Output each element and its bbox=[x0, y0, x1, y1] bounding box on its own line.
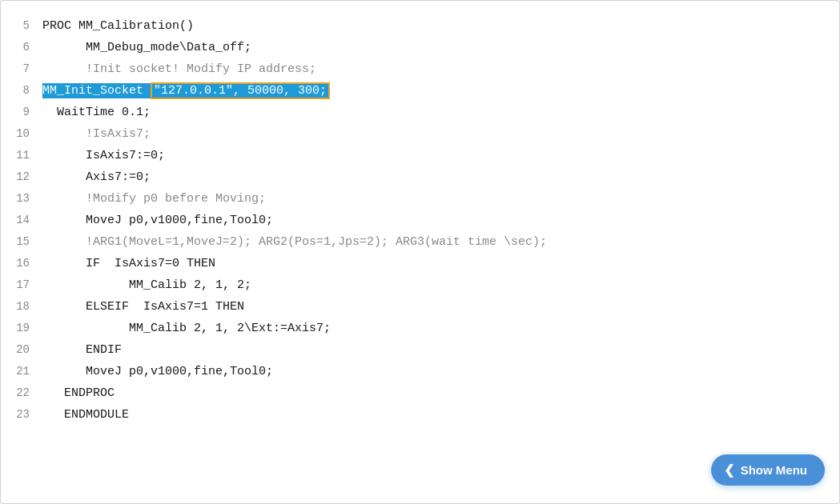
line-content-10: !IsAxis7; bbox=[42, 124, 151, 145]
code-line-11: 11 IsAxis7:=0; bbox=[1, 145, 839, 166]
code-line-15: 15 !ARG1(MoveL=1,MoveJ=2); ARG2(Pos=1,Jp… bbox=[1, 231, 839, 253]
show-menu-button[interactable]: ❮ Show Menu bbox=[711, 454, 825, 486]
line-content-23: ENDMODULE bbox=[42, 405, 129, 426]
line-content-6: MM_Debug_mode\Data_off; bbox=[42, 38, 251, 58]
line-content-14: MoveJ p0,v1000,fine,Tool0; bbox=[42, 210, 273, 231]
code-line-10: 10 !IsAxis7; bbox=[1, 123, 839, 145]
line-content-20: ENDIF bbox=[42, 340, 122, 361]
code-line-17: 17 MM_Calib 2, 1, 2; bbox=[1, 274, 839, 296]
code-line-16: 16 IF IsAxis7=0 THEN bbox=[1, 253, 839, 274]
line-number-9: 9 bbox=[1, 102, 42, 122]
line-content-7: !Init socket! Modify IP address; bbox=[42, 59, 316, 80]
highlight-params: "127.0.0.1", 50000, 300; bbox=[151, 82, 330, 99]
line-content-9: WaitTime 0.1; bbox=[42, 102, 151, 123]
highlight-mm-init: MM_Init_Socket bbox=[42, 83, 151, 98]
line-number-11: 11 bbox=[1, 145, 42, 166]
line-number-21: 21 bbox=[1, 361, 42, 382]
line-content-21: MoveJ p0,v1000,fine,Tool0; bbox=[42, 362, 273, 382]
code-line-13: 13 !Modify p0 before Moving; bbox=[1, 188, 839, 210]
line-number-14: 14 bbox=[1, 210, 42, 230]
line-content-16: IF IsAxis7=0 THEN bbox=[42, 254, 215, 274]
code-line-20: 20 ENDIF bbox=[1, 339, 839, 361]
code-line-14: 14 MoveJ p0,v1000,fine,Tool0; bbox=[1, 210, 839, 231]
line-number-20: 20 bbox=[1, 339, 42, 360]
chevron-left-icon: ❮ bbox=[724, 462, 734, 478]
line-number-22: 22 bbox=[1, 382, 42, 403]
code-line-8: 8 MM_Init_Socket "127.0.0.1", 50000, 300… bbox=[1, 80, 839, 102]
code-line-7: 7 !Init socket! Modify IP address; bbox=[1, 58, 839, 80]
line-number-16: 16 bbox=[1, 253, 42, 274]
line-content-15: !ARG1(MoveL=1,MoveJ=2); ARG2(Pos=1,Jps=2… bbox=[42, 232, 547, 253]
line-number-23: 23 bbox=[1, 404, 42, 425]
line-content-5: PROC MM_Calibration() bbox=[42, 16, 194, 37]
code-line-19: 19 MM_Calib 2, 1, 2\Ext:=Axis7; bbox=[1, 318, 839, 339]
line-number-19: 19 bbox=[1, 318, 42, 338]
code-line-22: 22 ENDPROC bbox=[1, 382, 839, 404]
line-content-13: !Modify p0 before Moving; bbox=[42, 189, 266, 210]
code-line-5: 5 PROC MM_Calibration() bbox=[1, 15, 839, 37]
line-number-17: 17 bbox=[1, 274, 42, 295]
code-line-23: 23 ENDMODULE bbox=[1, 404, 839, 426]
line-content-17: MM_Calib 2, 1, 2; bbox=[42, 275, 251, 296]
line-number-6: 6 bbox=[1, 37, 42, 58]
code-line-6: 6 MM_Debug_mode\Data_off; bbox=[1, 37, 839, 58]
line-content-11: IsAxis7:=0; bbox=[42, 146, 165, 166]
line-content-8: MM_Init_Socket "127.0.0.1", 50000, 300; bbox=[42, 81, 330, 102]
line-content-12: Axis7:=0; bbox=[42, 167, 151, 188]
line-content-19: MM_Calib 2, 1, 2\Ext:=Axis7; bbox=[42, 318, 331, 339]
code-line-21: 21 MoveJ p0,v1000,fine,Tool0; bbox=[1, 361, 839, 382]
code-line-9: 9 WaitTime 0.1; bbox=[1, 102, 839, 123]
line-number-10: 10 bbox=[1, 123, 42, 144]
line-number-13: 13 bbox=[1, 188, 42, 209]
line-content-18: ELSEIF IsAxis7=1 THEN bbox=[42, 297, 244, 318]
line-number-12: 12 bbox=[1, 166, 42, 187]
line-number-5: 5 bbox=[1, 15, 42, 36]
code-line-12: 12 Axis7:=0; bbox=[1, 166, 839, 188]
line-content-22: ENDPROC bbox=[42, 383, 115, 404]
line-number-7: 7 bbox=[1, 58, 42, 79]
line-number-18: 18 bbox=[1, 296, 42, 317]
code-editor: 5 PROC MM_Calibration() 6 MM_Debug_mode\… bbox=[0, 0, 840, 504]
line-number-8: 8 bbox=[1, 80, 42, 101]
code-lines: 5 PROC MM_Calibration() 6 MM_Debug_mode\… bbox=[1, 9, 839, 495]
code-line-18: 18 ELSEIF IsAxis7=1 THEN bbox=[1, 296, 839, 318]
line-number-15: 15 bbox=[1, 231, 42, 252]
show-menu-label: Show Menu bbox=[741, 463, 807, 477]
